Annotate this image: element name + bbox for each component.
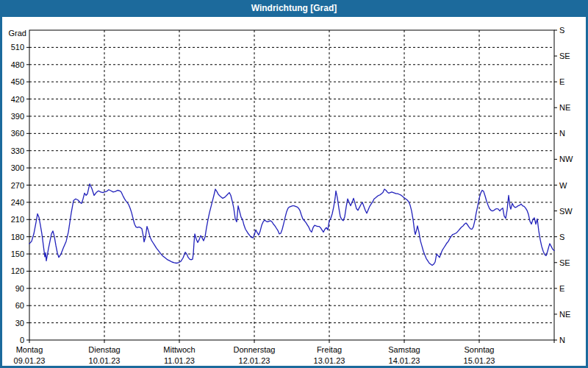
right-tick-label: NE [559, 310, 570, 319]
left-tick-label: 30 [15, 319, 24, 328]
y-axis-unit-label: Grad [9, 29, 26, 38]
date-label: 11.01.23 [164, 356, 195, 365]
left-tick-label: 150 [11, 250, 24, 258]
date-label: 15.01.23 [464, 356, 495, 365]
day-label: Dienstag [88, 345, 120, 354]
wind-direction-line [29, 184, 554, 266]
wind-direction-plot: 0306090120150180210240270300330360390420… [2, 17, 586, 366]
right-tick-label: NE [559, 103, 570, 112]
day-label: Freitag [317, 345, 342, 354]
right-tick-label: SW [559, 207, 573, 216]
chart-content: 0306090120150180210240270300330360390420… [2, 17, 586, 366]
date-label: 09.01.23 [14, 356, 46, 365]
left-tick-label: 0 [20, 336, 24, 344]
date-label: 14.01.23 [389, 356, 420, 365]
right-tick-label: E [559, 77, 564, 86]
right-tick-label: SE [559, 52, 570, 60]
date-label: 10.01.23 [89, 356, 121, 365]
day-label: Montag [16, 345, 43, 354]
right-tick-label: S [559, 233, 564, 241]
left-tick-label: 270 [11, 181, 24, 190]
day-label: Samstag [388, 345, 420, 354]
left-tick-label: 420 [11, 95, 24, 104]
left-tick-label: 210 [11, 215, 24, 224]
left-tick-label: 450 [11, 77, 24, 86]
left-tick-label: 60 [15, 301, 24, 310]
right-tick-label: W [559, 181, 567, 190]
window-title: Windrichtung [Grad] [251, 3, 337, 13]
left-tick-label: 180 [11, 233, 24, 241]
date-label: 12.01.23 [239, 356, 270, 365]
day-label: Sonntag [465, 345, 495, 354]
left-tick-label: 240 [11, 198, 24, 207]
left-tick-label: 510 [11, 43, 24, 52]
left-tick-label: 330 [11, 146, 24, 155]
left-tick-label: 360 [11, 129, 24, 138]
right-tick-label: N [559, 129, 565, 138]
left-tick-label: 90 [15, 284, 24, 293]
window-titlebar: Windrichtung [Grad] [0, 0, 588, 16]
right-tick-label: S [559, 26, 564, 35]
left-tick-label: 120 [11, 266, 24, 275]
right-tick-label: NW [559, 155, 573, 163]
right-tick-label: E [559, 284, 564, 293]
right-tick-label: SE [559, 258, 570, 267]
day-label: Donnerstag [234, 345, 276, 354]
right-tick-label: N [559, 336, 565, 344]
left-tick-label: 390 [11, 112, 24, 121]
left-tick-label: 300 [11, 163, 24, 172]
left-tick-label: 480 [11, 60, 24, 69]
chart-window: Windrichtung [Grad] 03060901201501802102… [0, 0, 588, 368]
date-label: 13.01.23 [314, 356, 345, 365]
day-label: Mittwoch [163, 345, 195, 354]
